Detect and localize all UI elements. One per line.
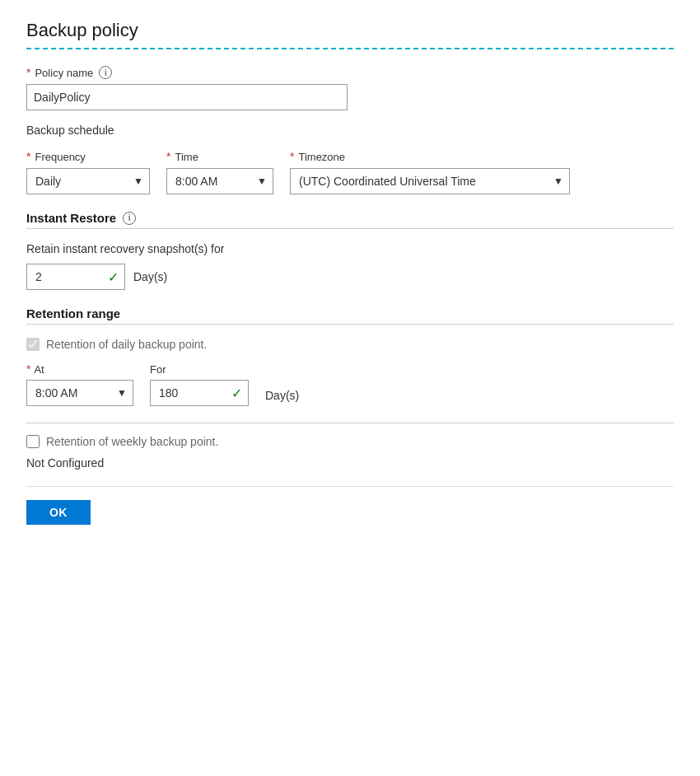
schedule-fields-row: * Frequency Daily Weekly ▼ * Time: [26, 150, 674, 194]
at-for-row: * At 8:00 AM ▼ For ✓: [26, 362, 674, 406]
weekly-backup-checkbox-row: Retention of weekly backup point.: [26, 435, 674, 448]
for-days-label: Day(s): [265, 389, 299, 402]
policy-name-section: * Policy name i: [26, 66, 674, 110]
time-select-wrapper: 8:00 AM ▼: [166, 168, 273, 194]
time-text: Time: [175, 151, 198, 163]
not-configured-label: Not Configured: [26, 456, 674, 470]
required-star-tz: *: [290, 150, 294, 163]
instant-restore-info-icon[interactable]: i: [123, 212, 136, 225]
at-time-select[interactable]: 8:00 AM: [26, 380, 133, 406]
instant-restore-header: Instant Restore i: [26, 211, 674, 225]
retention-range-header: Retention range: [26, 306, 674, 320]
top-divider: [26, 48, 674, 49]
daily-backup-checkbox-label: Retention of daily backup point.: [46, 338, 207, 351]
for-value-input[interactable]: [150, 380, 249, 406]
at-label: * At: [26, 362, 133, 376]
timezone-field-group: * Timezone (UTC) Coordinated Universal T…: [290, 150, 570, 194]
policy-name-info-icon[interactable]: i: [99, 66, 112, 79]
for-text: For: [150, 363, 166, 376]
daily-backup-checkbox-row: Retention of daily backup point.: [26, 338, 674, 351]
for-label: For: [150, 363, 249, 376]
instant-restore-title: Instant Restore: [26, 211, 116, 225]
snapshot-row: ✓ Day(s): [26, 264, 674, 290]
backup-schedule-section: Backup schedule * Frequency Daily Weekly…: [26, 124, 674, 194]
frequency-field-group: * Frequency Daily Weekly ▼: [26, 150, 150, 194]
for-field-group: For ✓: [150, 363, 249, 406]
instant-restore-divider: [26, 228, 674, 229]
required-star-policy: *: [26, 66, 30, 79]
retention-range-divider: [26, 324, 674, 325]
timezone-select-wrapper: (UTC) Coordinated Universal Time ▼: [290, 168, 570, 194]
bottom-section-divider: [26, 423, 674, 423]
retention-range-title: Retention range: [26, 306, 120, 320]
required-star-at: *: [26, 362, 30, 376]
weekly-backup-checkbox[interactable]: [26, 435, 40, 448]
at-select-wrapper: 8:00 AM ▼: [26, 380, 133, 406]
required-star-time: *: [166, 150, 170, 163]
instant-restore-section: Instant Restore i Retain instant recover…: [26, 211, 674, 290]
snapshot-days-label: Day(s): [133, 270, 167, 283]
page-title: Backup policy: [26, 20, 674, 41]
timezone-label: * Timezone: [290, 150, 570, 163]
frequency-select[interactable]: Daily Weekly: [26, 168, 150, 194]
ok-button[interactable]: OK: [26, 500, 91, 525]
time-label: * Time: [166, 150, 273, 163]
time-select[interactable]: 8:00 AM: [166, 168, 273, 194]
time-field-group: * Time 8:00 AM ▼: [166, 150, 273, 194]
snapshot-days-input[interactable]: [26, 264, 125, 290]
footer-divider: [26, 486, 674, 487]
timezone-select[interactable]: (UTC) Coordinated Universal Time: [290, 168, 570, 194]
for-value-wrapper: ✓: [150, 380, 249, 406]
backup-policy-panel: Backup policy * Policy name i Backup sch…: [0, 0, 700, 776]
policy-name-label: * Policy name i: [26, 66, 674, 79]
retention-range-section: Retention range Retention of daily backu…: [26, 306, 674, 470]
retain-label: Retain instant recovery snapshot(s) for: [26, 242, 674, 255]
at-field-group: * At 8:00 AM ▼: [26, 362, 133, 406]
frequency-select-wrapper: Daily Weekly ▼: [26, 168, 150, 194]
frequency-text: Frequency: [35, 151, 85, 163]
backup-schedule-label: Backup schedule: [26, 124, 674, 137]
policy-name-input[interactable]: [26, 84, 348, 110]
frequency-label: * Frequency: [26, 150, 150, 163]
weekly-backup-checkbox-label: Retention of weekly backup point.: [46, 435, 218, 448]
timezone-text: Timezone: [298, 151, 345, 163]
policy-name-text: Policy name: [35, 67, 93, 79]
required-star-freq: *: [26, 150, 30, 163]
daily-backup-checkbox[interactable]: [26, 338, 40, 351]
at-text: At: [34, 363, 44, 376]
snapshot-days-wrapper: ✓: [26, 264, 125, 290]
